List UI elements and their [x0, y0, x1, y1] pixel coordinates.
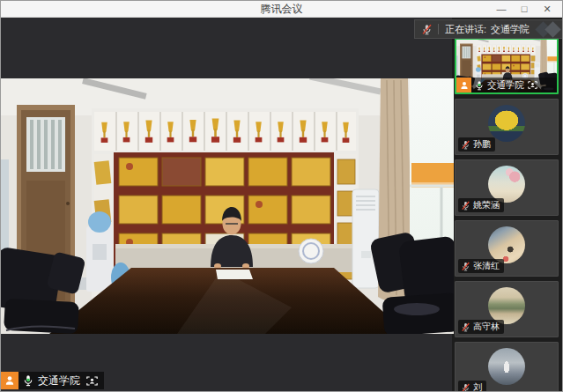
avatar: [488, 105, 525, 142]
avatar: [488, 287, 525, 324]
mic-muted-icon: [461, 322, 470, 332]
speaking-label: 正在讲话:: [445, 24, 486, 34]
main-speaker-nametag: 交通学院: [1, 372, 104, 389]
participant-tile[interactable]: 刘: [455, 342, 559, 392]
participant-sidebar[interactable]: 交通学院 孙鹏 姚荣涵: [452, 18, 562, 392]
participant-nametag: 高守林: [458, 320, 504, 334]
focus-view-icon: [527, 80, 538, 90]
window-title: 腾讯会议: [261, 2, 303, 17]
mic-muted-icon: [461, 201, 470, 211]
mic-active-icon: [474, 80, 485, 91]
avatar: [488, 166, 525, 203]
participant-name: 交通学院: [487, 79, 524, 92]
close-button[interactable]: ✕: [536, 1, 559, 18]
avatar: [488, 226, 525, 263]
participant-tile[interactable]: 姚荣涵: [455, 159, 559, 216]
mic-active-icon: [22, 374, 34, 387]
main-video-stage[interactable]: 交通学院: [1, 18, 452, 392]
host-badge: [1, 372, 19, 389]
main-speaker-name: 交通学院: [38, 374, 80, 388]
participant-name: 孙鹏: [473, 138, 491, 151]
participant-name: 刘: [473, 381, 482, 392]
speaking-banner: 正在讲话:交通学院: [414, 19, 562, 39]
participant-tile[interactable]: 高守林: [455, 281, 559, 337]
double-diamond-logo-icon: [536, 19, 562, 39]
main-video[interactable]: [1, 78, 454, 334]
person-icon: [459, 80, 470, 91]
participant-tile[interactable]: 张清红: [455, 220, 559, 277]
window-controls: — □ ✕: [490, 1, 559, 18]
focus-view-icon: [85, 375, 99, 387]
tencent-meeting-window: 腾讯会议 — □ ✕ 交通学院: [0, 0, 563, 392]
participant-nametag: 姚荣涵: [458, 198, 504, 212]
active-tile-nametag: 交通学院: [456, 78, 557, 92]
minimize-button[interactable]: —: [490, 1, 513, 18]
participant-nametag: 刘: [458, 381, 486, 392]
banner-divider: [438, 24, 439, 34]
participant-nametag: 张清红: [458, 259, 504, 273]
host-badge: [456, 78, 471, 92]
participant-name: 高守林: [473, 321, 500, 333]
meeting-content: 交通学院 交通学院: [1, 18, 562, 392]
mic-muted-icon: [421, 24, 433, 35]
participant-name: 张清红: [473, 260, 500, 272]
participant-nametag: 孙鹏: [458, 137, 495, 152]
title-bar: 腾讯会议 — □ ✕: [1, 1, 562, 18]
maximize-button[interactable]: □: [513, 1, 536, 18]
mic-muted-icon: [461, 383, 470, 392]
participant-name: 姚荣涵: [473, 199, 500, 211]
participant-tile-active[interactable]: 交通学院: [455, 38, 559, 94]
participant-tile[interactable]: 孙鹏: [455, 99, 559, 155]
person-icon: [4, 374, 16, 387]
speaking-speaker-name: 交通学院: [491, 24, 530, 34]
mic-muted-icon: [461, 262, 470, 271]
avatar: [488, 348, 525, 385]
mic-muted-icon: [461, 140, 470, 150]
conference-room-scene: [1, 78, 454, 334]
